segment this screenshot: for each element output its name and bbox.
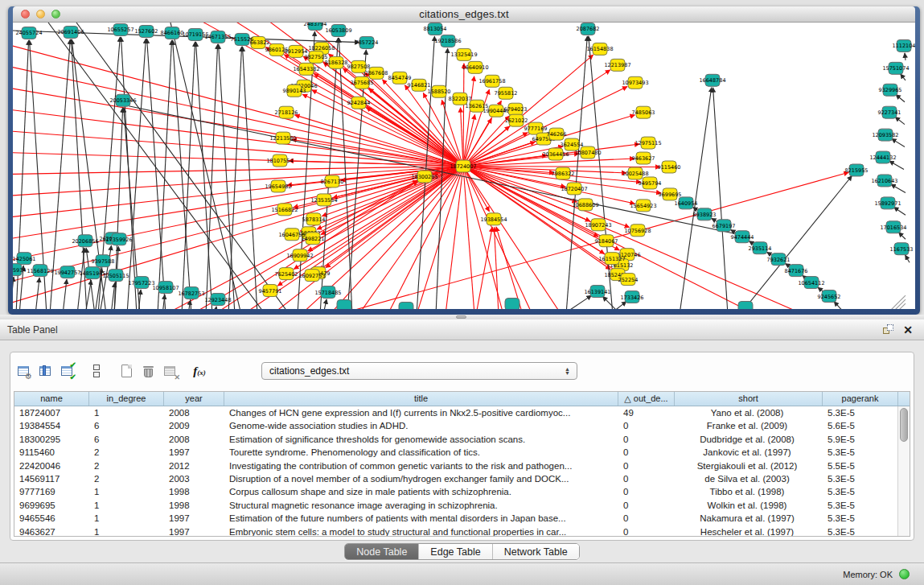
network-edge[interactable] bbox=[463, 159, 634, 166]
table-row[interactable]: 1938455462009Genome-wide association stu… bbox=[14, 419, 910, 432]
network-edge[interactable] bbox=[898, 233, 906, 240]
table-cell[interactable]: 0 bbox=[618, 512, 675, 525]
table-cell[interactable]: 0 bbox=[618, 472, 675, 485]
table-cell[interactable]: 0 bbox=[618, 446, 675, 459]
table-cell[interactable]: Disruption of a novel member of a sodium… bbox=[224, 472, 618, 485]
table-cell[interactable]: 1997 bbox=[164, 512, 224, 525]
network-edge[interactable] bbox=[889, 161, 904, 169]
table-cell[interactable]: 0 bbox=[618, 433, 675, 446]
network-node[interactable] bbox=[738, 302, 753, 309]
table-cell[interactable]: 1998 bbox=[164, 485, 224, 498]
network-view-window[interactable]: citations_edges.txt 18724007183002951938… bbox=[8, 6, 920, 315]
table-options-icon[interactable]: ⚙ bbox=[14, 362, 32, 380]
network-edge[interactable] bbox=[892, 138, 905, 146]
tab-network-table[interactable]: Network Table bbox=[492, 544, 579, 559]
table-row[interactable]: 969969511998Structural magnetic resonanc… bbox=[14, 499, 910, 512]
network-edge[interactable] bbox=[219, 44, 235, 309]
function-builder-icon[interactable]: f(x) bbox=[191, 362, 208, 380]
table-cell[interactable]: 5.3E-5 bbox=[823, 446, 898, 459]
table-cell[interactable]: 0 bbox=[618, 499, 675, 512]
table-cell[interactable]: Embryonic stem cells: a model to study s… bbox=[224, 525, 618, 537]
network-edge[interactable] bbox=[366, 107, 463, 166]
network-edge[interactable] bbox=[463, 76, 474, 167]
table-cell[interactable]: de Silva et al. (2003) bbox=[675, 472, 823, 485]
network-edge[interactable] bbox=[77, 248, 84, 309]
table-row[interactable]: 2242004622012Investigating the contribut… bbox=[14, 459, 910, 472]
network-edge[interactable] bbox=[63, 279, 67, 309]
table-cell[interactable]: 1 bbox=[89, 485, 164, 498]
tab-edge-table[interactable]: Edge Table bbox=[418, 544, 491, 559]
network-edge[interactable] bbox=[147, 39, 166, 309]
network-edge[interactable] bbox=[323, 299, 326, 309]
network-edge[interactable] bbox=[13, 166, 463, 282]
table-cell[interactable]: 1 bbox=[89, 499, 164, 512]
table-header-cell[interactable]: title bbox=[224, 392, 618, 406]
table-cell[interactable]: 5.5E-5 bbox=[823, 459, 898, 472]
trash-icon[interactable] bbox=[139, 362, 157, 380]
scrollbar-thumb[interactable] bbox=[900, 408, 908, 442]
table-cell[interactable]: 6 bbox=[89, 433, 164, 446]
table-cell[interactable]: 0 bbox=[618, 525, 675, 537]
table-cell[interactable]: Corpus callosum shape and size in male p… bbox=[224, 485, 618, 498]
table-cell[interactable]: 2008 bbox=[164, 406, 224, 419]
rows-icon[interactable] bbox=[88, 362, 105, 380]
table-cell[interactable]: 18300295 bbox=[14, 433, 89, 446]
table-cell[interactable]: Estimation of the future numbers of pati… bbox=[224, 512, 618, 525]
network-node[interactable] bbox=[505, 299, 519, 309]
table-cell[interactable]: 9699695 bbox=[14, 499, 89, 512]
network-canvas[interactable]: 1872400718300295193845547663822986012589… bbox=[13, 23, 915, 309]
vertical-scrollbar[interactable] bbox=[897, 406, 910, 536]
table-row[interactable]: 1872400712008Changes of HCN gene express… bbox=[14, 406, 910, 419]
network-edge[interactable] bbox=[896, 95, 905, 102]
table-cell[interactable]: 1997 bbox=[164, 525, 224, 537]
table-row[interactable]: 977716911998Corpus callosum shape and si… bbox=[14, 485, 910, 498]
close-panel-icon[interactable]: ✕ bbox=[903, 324, 913, 336]
network-edge[interactable] bbox=[228, 47, 242, 309]
table-cell[interactable]: 5.3E-5 bbox=[823, 472, 898, 485]
table-cell[interactable]: 5.3E-5 bbox=[823, 485, 898, 498]
network-edge[interactable] bbox=[895, 117, 905, 124]
network-edge[interactable] bbox=[496, 227, 523, 309]
network-edge[interactable] bbox=[906, 255, 910, 262]
table-header-cell[interactable]: name bbox=[14, 392, 89, 406]
table-cell[interactable]: 6 bbox=[89, 419, 164, 432]
table-cell[interactable]: Hescheler et al. (1997) bbox=[675, 525, 823, 537]
table-cell[interactable]: 2003 bbox=[164, 472, 224, 485]
table-cell[interactable]: 5.3E-5 bbox=[823, 512, 898, 525]
network-edge[interactable] bbox=[13, 277, 14, 309]
network-edge[interactable] bbox=[901, 74, 906, 80]
table-cell[interactable]: 2008 bbox=[164, 433, 224, 446]
table-cell[interactable]: 49 bbox=[618, 406, 675, 419]
network-edge[interactable] bbox=[463, 114, 475, 166]
table-cell[interactable]: 5.9E-5 bbox=[823, 433, 898, 446]
table-cell[interactable]: 9465546 bbox=[14, 512, 89, 525]
table-cell[interactable]: 2 bbox=[89, 446, 164, 459]
network-edge[interactable] bbox=[476, 227, 492, 309]
table-cell[interactable]: 2 bbox=[89, 459, 164, 472]
network-edge[interactable] bbox=[463, 166, 660, 167]
table-cell[interactable]: 19384554 bbox=[14, 419, 89, 432]
table-cell[interactable]: 9115460 bbox=[14, 446, 89, 459]
table-cell[interactable]: Investigating the contribution of common… bbox=[224, 459, 618, 472]
network-edge[interactable] bbox=[834, 302, 846, 309]
table-header-cell[interactable]: year bbox=[164, 392, 224, 406]
table-cell[interactable]: Structural magnetic resonance image aver… bbox=[224, 499, 618, 512]
table-row[interactable]: 1830029562008Estimation of significance … bbox=[14, 433, 910, 446]
table-cell[interactable]: 1 bbox=[89, 512, 164, 525]
table-cell[interactable]: 2 bbox=[89, 472, 164, 485]
table-cell[interactable]: 5.3E-5 bbox=[823, 406, 898, 419]
table-cell[interactable]: 1998 bbox=[164, 499, 224, 512]
select-rows-check-icon[interactable]: ✔✔ bbox=[58, 362, 76, 380]
table-cell[interactable]: 1 bbox=[89, 525, 164, 537]
table-cell[interactable]: Stergiakouli et al. (2012) bbox=[675, 459, 823, 472]
table-header-cell[interactable]: pagerank bbox=[823, 392, 898, 406]
table-cell[interactable]: 1 bbox=[89, 406, 164, 419]
network-edge[interactable] bbox=[196, 42, 212, 309]
network-node[interactable] bbox=[399, 303, 413, 309]
network-canvas-container[interactable]: 1872400718300295193845547663822986012589… bbox=[13, 23, 915, 309]
float-panel-icon[interactable] bbox=[883, 324, 893, 335]
table-header-cell[interactable]: in_degree bbox=[89, 392, 164, 406]
table-cell[interactable]: Dudbridge et al. (2008) bbox=[675, 433, 823, 446]
table-row[interactable]: 946362711997Embryonic stem cells: a mode… bbox=[14, 525, 910, 537]
network-edge[interactable] bbox=[35, 278, 39, 309]
